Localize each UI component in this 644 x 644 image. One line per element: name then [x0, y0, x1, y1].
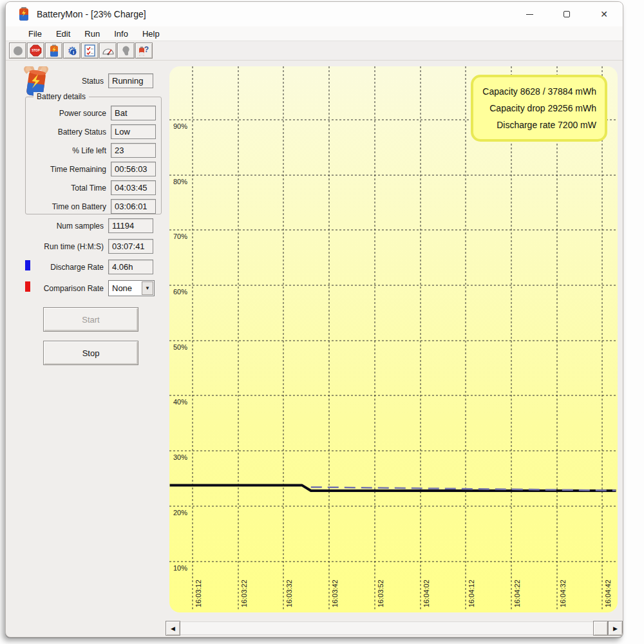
battery-status-label: Battery Status: [26, 128, 106, 137]
capacity-text: Capacity 8628 / 37884 mWh: [480, 83, 596, 100]
gauge-button[interactable]: [99, 43, 117, 59]
x-tick: 16:04:12: [468, 580, 475, 607]
menu-edit[interactable]: Edit: [49, 28, 77, 40]
chevron-down-icon[interactable]: ▼: [142, 281, 153, 295]
gauge-icon: [102, 46, 115, 56]
x-tick: 16:04:22: [513, 580, 521, 607]
y-tick: 90%: [173, 122, 187, 130]
horizontal-gridlines: [169, 120, 618, 562]
time-on-battery-field[interactable]: 03:06:01: [111, 199, 156, 214]
log-report-button[interactable]: [81, 43, 99, 59]
record-icon: [12, 45, 24, 57]
life-left-field[interactable]: 23: [111, 143, 156, 158]
life-left-label: % Life left: [26, 146, 106, 155]
maximize-button[interactable]: [548, 2, 585, 26]
x-tick: 16:04:02: [422, 580, 430, 607]
status-label: Status: [6, 77, 104, 86]
y-tick: 30%: [173, 453, 187, 461]
batterymon-window: BatteryMon - [23% Charge] ✕ File Edit Ru…: [5, 1, 623, 638]
discharge-rate-text: Discharge rate 7200 mW: [480, 117, 596, 133]
num-samples-label: Num samples: [6, 222, 104, 231]
comparison-rate-label: Comparison Rate: [6, 284, 104, 293]
time-remaining-label: Time Remaining: [26, 165, 106, 174]
toolbar: STOP ⚙ i: [6, 41, 623, 61]
titlebar: BatteryMon - [23% Charge] ✕: [6, 2, 623, 26]
discharge-rate-label: Discharge Rate: [6, 263, 104, 272]
y-tick: 20%: [173, 509, 187, 516]
battery-details-legend: Battery details: [33, 92, 89, 101]
footprint-button[interactable]: [117, 43, 135, 59]
window-title: BatteryMon - [23% Charge]: [37, 9, 146, 19]
battery-chart-plot: 90% 80% 70% 60% 50% 40% 30% 20% 10% 16:0…: [169, 66, 618, 612]
x-tick: 16:03:32: [285, 580, 293, 607]
battery-help-button[interactable]: ?: [135, 43, 153, 59]
battery-info-button[interactable]: [45, 43, 62, 59]
detail-row: Total Time 04:03:45: [26, 180, 156, 195]
x-tick: 16:03:22: [240, 580, 248, 607]
svg-text:i: i: [72, 50, 73, 55]
battery-help-icon: ?: [138, 44, 150, 57]
chart-series-lines: [170, 485, 616, 491]
x-axis-tick-labels: 16:03:12 16:03:22 16:03:32 16:03:42 16:0…: [194, 580, 612, 607]
stop-button[interactable]: Stop: [43, 341, 138, 365]
settings-button[interactable]: ⚙ i: [63, 43, 80, 59]
menu-file[interactable]: File: [21, 28, 49, 40]
y-tick: 60%: [173, 288, 187, 296]
comparison-rate-dropdown[interactable]: None ▼: [108, 280, 155, 296]
y-tick: 50%: [173, 343, 187, 351]
vertical-gridlines: [193, 66, 602, 610]
y-axis-tick-labels: 90% 80% 70% 60% 50% 40% 30% 20% 10%: [173, 122, 187, 572]
y-tick: 40%: [173, 398, 187, 406]
scroll-left-button[interactable]: ◀: [166, 621, 180, 636]
record-button[interactable]: [9, 43, 26, 59]
scrollbar-thumb[interactable]: [593, 621, 608, 636]
scroll-right-button[interactable]: ▶: [608, 621, 623, 636]
discharge-rate-row: Discharge Rate 4.06h: [6, 260, 153, 274]
stop-button[interactable]: STOP: [27, 43, 44, 59]
app-battery-icon: [17, 7, 30, 21]
comparison-rate-value: None: [109, 283, 141, 293]
total-time-field[interactable]: 04:03:45: [111, 180, 156, 195]
svg-text:?: ?: [144, 45, 149, 54]
minimize-icon: [526, 14, 533, 15]
total-time-label: Total Time: [26, 184, 106, 193]
start-button[interactable]: Start: [43, 307, 138, 332]
capacity-info-box: Capacity 8628 / 37884 mWh Capacity drop …: [471, 75, 607, 142]
desktop: BatteryMon - [23% Charge] ✕ File Edit Ru…: [0, 0, 644, 644]
run-time-field[interactable]: 03:07:41: [108, 239, 153, 254]
scroll-left-icon: ◀: [171, 625, 175, 632]
battery-icon: [48, 44, 60, 57]
svg-text:STOP: STOP: [32, 49, 39, 52]
detail-row: Power source Bat: [26, 106, 156, 120]
capacity-drop-text: Capacity drop 29256 mWh: [480, 100, 596, 117]
close-icon: ✕: [600, 10, 608, 19]
y-tick: 10%: [173, 564, 187, 572]
battery-status-field[interactable]: Low: [111, 124, 156, 139]
stop-icon: STOP: [30, 44, 42, 57]
menu-run[interactable]: Run: [77, 28, 107, 40]
num-samples-field[interactable]: 11194: [108, 218, 153, 233]
chart-horizontal-scrollbar: ◀ ▶: [166, 620, 623, 636]
menu-help[interactable]: Help: [135, 28, 167, 40]
x-tick: 16:04:32: [559, 580, 567, 607]
detail-row: Battery Status Low: [26, 124, 156, 139]
discharge-rate-field[interactable]: 4.06h: [108, 260, 153, 274]
x-tick: 16:03:52: [377, 580, 384, 607]
run-time-row: Run time (H:M:S) 03:07:41: [6, 239, 153, 254]
y-tick: 80%: [173, 178, 187, 185]
status-field[interactable]: Running: [108, 73, 153, 88]
menu-info[interactable]: Info: [107, 28, 135, 40]
footprint-icon: [120, 45, 132, 57]
y-tick: 70%: [173, 232, 187, 240]
scrollbar-track[interactable]: [180, 621, 593, 635]
detail-row: Time on Battery 03:06:01: [26, 199, 156, 214]
power-source-field[interactable]: Bat: [111, 106, 156, 120]
detail-row: Time Remaining 00:56:03: [26, 162, 156, 176]
scroll-right-icon: ▶: [613, 625, 618, 632]
x-tick: 16:03:12: [194, 580, 202, 607]
status-row: Status Running: [6, 73, 153, 88]
minimize-button[interactable]: [511, 2, 548, 26]
time-remaining-field[interactable]: 00:56:03: [111, 162, 156, 176]
run-time-label: Run time (H:M:S): [6, 242, 104, 251]
close-button[interactable]: ✕: [585, 2, 623, 26]
